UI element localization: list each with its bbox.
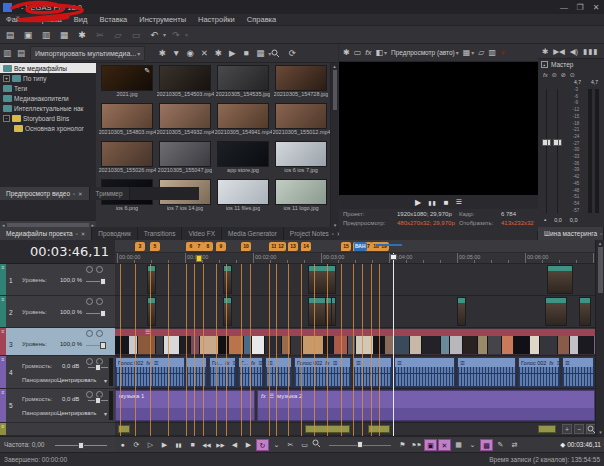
media-thumbnail[interactable]: 20210305_155026.mp4	[98, 139, 156, 177]
media-thumbnail[interactable]: app store.jpg	[214, 139, 272, 177]
video-clip[interactable]	[147, 297, 156, 326]
menu-item-Настройки[interactable]: Настройки	[192, 14, 241, 26]
bus-mute-icon[interactable]: ⊘	[561, 71, 566, 78]
video-clip[interactable]	[223, 297, 232, 326]
video-clip[interactable]	[579, 297, 591, 326]
fader-handle-left[interactable]	[542, 139, 551, 146]
level-slider-handle[interactable]	[100, 310, 106, 317]
track-header-6[interactable]: ≡	[0, 423, 115, 436]
video-clip[interactable]	[223, 265, 232, 294]
track-row-6[interactable]	[115, 423, 595, 436]
volume-slider-handle[interactable]	[95, 397, 101, 404]
mosaic-clip[interactable]	[450, 336, 463, 354]
timeline-marker[interactable]: 12	[276, 242, 286, 251]
external-monitor-icon[interactable]: ▭	[354, 48, 362, 57]
mosaic-clip[interactable]	[441, 336, 450, 354]
bus-fx-icon[interactable]: fx	[543, 72, 548, 78]
bin-item[interactable]: Основная хронолог	[0, 123, 96, 133]
split-icon[interactable]: ✂	[284, 439, 297, 451]
timeline-marker[interactable]: 10	[241, 242, 251, 251]
track-header-5[interactable]: ≡5Громкость:0,0 dBПанорамирование:Центри…	[0, 389, 115, 423]
track3-thumbnail-strip[interactable]	[115, 336, 595, 354]
media-thumbnail[interactable]: 20210305_155047.jpg	[156, 139, 214, 177]
overlays-grid-icon[interactable]: ▦▾	[463, 48, 475, 57]
tab-mastering-bus[interactable]: Шина мастеринга▫	[538, 227, 604, 240]
mosaic-clip[interactable]	[502, 336, 514, 354]
clip-menu-icon[interactable]: ☰	[460, 360, 465, 366]
mosaic-clip[interactable]	[410, 336, 422, 354]
track-grip-icon[interactable]: ≡	[0, 356, 6, 362]
save-project-icon[interactable]: ▥	[38, 28, 54, 42]
media-thumbnail[interactable]: 20210305_154535.jpg	[214, 63, 272, 101]
timeline-ruler[interactable]: 00:00:0000:01:0000:02:0000:03:0000:04:00…	[115, 253, 595, 264]
mosaic-clip[interactable]	[164, 336, 180, 354]
tab-Transitions[interactable]: Transitions	[138, 227, 183, 240]
pan-caret-icon[interactable]: ▾	[104, 377, 107, 384]
play-from-start-icon[interactable]: ▷	[144, 439, 157, 451]
tab-close-icon[interactable]: ✕	[78, 191, 83, 197]
mosaic-clip[interactable]	[191, 336, 200, 354]
clip-menu-icon[interactable]: ☰	[154, 360, 159, 366]
record-dot-icon[interactable]: ●	[500, 48, 505, 57]
scrub-handle[interactable]	[357, 441, 363, 448]
tab-Video FX[interactable]: Video FX	[182, 227, 222, 240]
audio-voice-clip[interactable]: ☰	[353, 357, 392, 387]
grouping-caret[interactable]: ⌄	[466, 439, 479, 451]
mosaic-clip[interactable]	[265, 336, 282, 354]
timeline-marker[interactable]: 5	[150, 242, 160, 251]
prev-frame-icon[interactable]: ◀	[228, 439, 241, 451]
media-thumbnail[interactable]: ✎2021.jpg	[98, 63, 156, 101]
get-media-web-icon[interactable]: ▼	[169, 48, 183, 58]
bin-item[interactable]: +По типу	[0, 73, 96, 83]
mosaic-clip[interactable]	[394, 336, 410, 354]
auto-crossfade-toggle[interactable]: ✕	[438, 439, 451, 451]
stop-icon[interactable]: ■	[186, 439, 199, 451]
media-properties-icon[interactable]: ✱	[211, 48, 225, 58]
open-project-icon[interactable]: ▣	[20, 28, 36, 42]
tab-Проводник[interactable]: Проводник	[92, 227, 138, 240]
track-grip-icon[interactable]: ≡	[0, 423, 6, 429]
track-mute-icon[interactable]	[86, 330, 93, 337]
play-icon[interactable]: ▶	[415, 198, 421, 207]
mosaic-clip[interactable]	[478, 336, 488, 354]
bus-solo-icon[interactable]: ⊙	[570, 71, 575, 78]
envelope-icon[interactable]: ✎	[494, 439, 507, 451]
tab-Медиафайлы проекта[interactable]: Медиафайлы проекта▫✕	[0, 227, 92, 240]
audio-music-clip[interactable]: fx☰музыка 2	[257, 390, 595, 421]
paste-icon[interactable]: ▭	[128, 28, 144, 42]
new-project-icon[interactable]: ▤	[2, 28, 18, 42]
project-properties-icon[interactable]: ✱	[74, 28, 90, 42]
playhead[interactable]	[393, 253, 394, 436]
maximize-button[interactable]: ❐	[572, 3, 588, 12]
views-icon[interactable]: ▦	[253, 48, 267, 58]
track3-clip-bar[interactable]: ☰	[115, 329, 595, 336]
video-clip[interactable]	[308, 265, 336, 294]
track-mute-icon[interactable]	[86, 391, 93, 398]
menu-item-Инструменты[interactable]: Инструменты	[133, 14, 192, 26]
mosaic-clip[interactable]	[115, 336, 129, 354]
play-icon[interactable]: ▶	[158, 439, 171, 451]
fader-handle-right[interactable]	[553, 139, 562, 146]
mosaic-clip[interactable]	[324, 336, 334, 354]
lock-icon[interactable]: ▪	[544, 217, 546, 223]
clip-menu-icon[interactable]: ☰	[557, 360, 559, 366]
mosaic-clip[interactable]	[579, 336, 594, 354]
mosaic-clip[interactable]	[138, 336, 156, 354]
audio-voice-clip[interactable]: ☰	[394, 357, 455, 387]
media-thumbnail[interactable]: 20210305_154728.jpg	[272, 63, 330, 101]
marker-insert-icon[interactable]: ⚑	[396, 439, 409, 451]
video-clip[interactable]	[147, 265, 156, 294]
timeline-marker[interactable]: 13	[288, 242, 298, 251]
track-row-2[interactable]	[115, 296, 595, 328]
clip-fx-icon[interactable]: fx	[549, 360, 553, 366]
timeline-marker[interactable]: 3	[135, 242, 145, 251]
copy-icon[interactable]: ▱	[110, 28, 126, 42]
meters-icon[interactable]: ▮▮▮	[583, 47, 598, 56]
bin-item[interactable]: -Storyboard Bins	[0, 113, 96, 123]
undo-icon[interactable]: ↶	[146, 28, 162, 42]
timeline-marker[interactable]: 9	[216, 242, 226, 251]
copy-snapshot-icon[interactable]: ▱	[478, 48, 484, 57]
timeline-marker[interactable]: 14	[301, 242, 311, 251]
redo-icon-caret[interactable]: ▾	[185, 31, 188, 38]
tab-float-icon[interactable]: ▫	[332, 231, 334, 237]
